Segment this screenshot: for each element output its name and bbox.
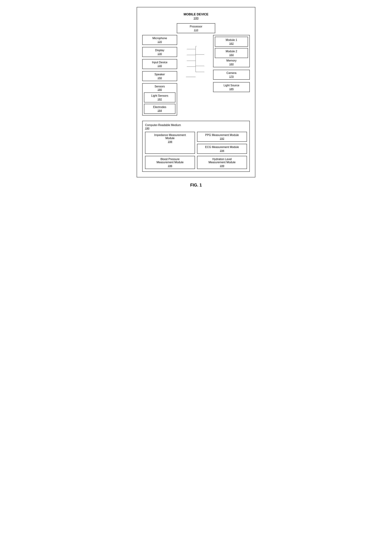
crm-grid: PPG Measurement Module 192 Impedance Mea… bbox=[145, 132, 247, 169]
center-column bbox=[177, 35, 213, 116]
electrodes-box: Electrodes 184 bbox=[144, 104, 175, 114]
display-num: 130 bbox=[145, 52, 175, 55]
electrodes-num: 184 bbox=[146, 109, 173, 112]
main-layout: Microphone 120 Display 130 Input Device … bbox=[142, 33, 250, 116]
hydration-box: Hydration LevelMeasurement Module 199 bbox=[197, 156, 247, 169]
sensors-label: Sensors bbox=[144, 85, 175, 88]
electrodes-label: Electrodes bbox=[153, 106, 166, 109]
memory-inner: Module 1 162 Module 2 164 bbox=[215, 37, 248, 58]
processor-row: Processor 110 bbox=[142, 23, 250, 33]
impedance-num: 198 bbox=[147, 140, 193, 143]
blood-pressure-label: Blood PressureMeasurement Module bbox=[157, 158, 184, 164]
module1-label: Module 1 bbox=[226, 38, 237, 41]
input-device-num: 140 bbox=[145, 64, 175, 67]
speaker-num: 150 bbox=[145, 76, 175, 79]
hydration-num: 199 bbox=[199, 164, 245, 167]
fig-label: FIG. 1 bbox=[190, 183, 202, 187]
speaker-box: Speaker 150 bbox=[142, 71, 177, 81]
light-sensors-label: Light Sensors bbox=[151, 94, 168, 97]
mobile-device-num: 100 bbox=[142, 17, 250, 20]
crm-title: Computer-Readable Medium bbox=[145, 123, 181, 127]
module2-num: 164 bbox=[217, 53, 246, 56]
light-sensors-num: 182 bbox=[146, 98, 173, 101]
display-box: Display 130 bbox=[142, 47, 177, 57]
speaker-label: Speaker bbox=[154, 73, 165, 76]
ppg-box: PPG Measurement Module 192 bbox=[197, 132, 247, 142]
camera-num: 170 bbox=[216, 75, 247, 78]
input-device-label: Input Device bbox=[152, 61, 167, 64]
impedance-label: Impedance MeasurementModule bbox=[154, 134, 186, 140]
left-column: Microphone 120 Display 130 Input Device … bbox=[142, 35, 177, 116]
light-source-box: Light Source 185 bbox=[213, 82, 250, 92]
module1-num: 162 bbox=[217, 42, 246, 45]
memory-outer-box: Module 1 162 Module 2 164 Memory 160 bbox=[213, 35, 250, 67]
ppg-label: PPG Measurement Module bbox=[205, 134, 239, 137]
ecg-box: ECG Measurement Module 194 bbox=[197, 144, 247, 154]
light-source-label: Light Source bbox=[224, 84, 239, 87]
display-label: Display bbox=[155, 49, 164, 52]
sensors-num: 180 bbox=[144, 88, 175, 91]
processor-box: Processor 110 bbox=[177, 23, 215, 33]
camera-label: Camera bbox=[226, 71, 237, 75]
processor-label: Processor bbox=[190, 25, 202, 28]
processor-num: 110 bbox=[179, 28, 213, 31]
sensors-outer-box: Sensors 180 Light Sensors 182 Electrodes… bbox=[142, 83, 177, 116]
blood-pressure-num: 196 bbox=[147, 164, 193, 167]
module2-box: Module 2 164 bbox=[215, 48, 248, 58]
memory-num: 160 bbox=[215, 62, 248, 66]
blood-pressure-box: Blood PressureMeasurement Module 196 bbox=[145, 156, 195, 169]
crm-num: 190 bbox=[145, 127, 247, 130]
ppg-num: 192 bbox=[199, 137, 245, 140]
light-source-num: 185 bbox=[216, 87, 247, 90]
hydration-label: Hydration LevelMeasurement Module bbox=[209, 158, 236, 164]
diagram-container: MOBILE DEVICE 100 Processor 110 Micropho… bbox=[137, 7, 255, 177]
impedance-box: Impedance MeasurementModule 198 bbox=[145, 132, 195, 154]
camera-box: Camera 170 bbox=[213, 70, 250, 80]
light-sensors-box: Light Sensors 182 bbox=[144, 92, 175, 103]
mobile-device-title: MOBILE DEVICE bbox=[142, 13, 250, 16]
microphone-label: Microphone bbox=[152, 37, 167, 40]
ecg-label: ECG Measurement Module bbox=[205, 146, 239, 149]
microphone-num: 120 bbox=[145, 40, 175, 43]
module2-label: Module 2 bbox=[226, 50, 237, 53]
module1-box: Module 1 162 bbox=[215, 37, 248, 47]
ecg-num: 194 bbox=[199, 149, 245, 152]
sensors-inner: Light Sensors 182 Electrodes 184 bbox=[144, 92, 175, 114]
memory-label: Memory bbox=[226, 59, 237, 62]
right-column: Module 1 162 Module 2 164 Memory 160 bbox=[213, 35, 250, 116]
microphone-box: Microphone 120 bbox=[142, 35, 177, 45]
input-device-box: Input Device 140 bbox=[142, 59, 177, 69]
crm-section: Computer-Readable Medium 190 PPG Measure… bbox=[142, 121, 250, 172]
